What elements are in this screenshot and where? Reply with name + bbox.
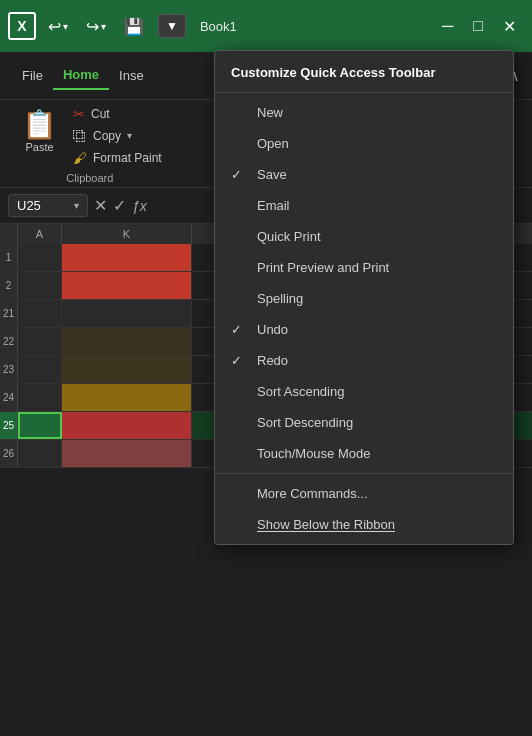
redo-chevron: ▾ [101, 21, 106, 32]
customize-toolbar-menu: Customize Quick Access Toolbar New Open … [214, 50, 514, 545]
window-controls: ─ □ ✕ [434, 13, 524, 40]
menu-item-more-commands[interactable]: More Commands... [215, 478, 513, 509]
confirm-formula-icon[interactable]: ✓ [113, 196, 126, 215]
save-icon: 💾 [124, 17, 144, 36]
menu-item-label: Quick Print [257, 229, 497, 244]
file-title: Book1 [200, 19, 237, 34]
menu-item-label: Touch/Mouse Mode [257, 446, 497, 461]
clipboard-group: 📋 Paste ✂ Cut ⿻ Copy ▾ 🖌 Format Paint [8, 104, 172, 184]
menu-item-label: Spelling [257, 291, 497, 306]
menu-item-label: Print Preview and Print [257, 260, 497, 275]
row-header: 23 [0, 356, 18, 383]
check-icon: ✓ [231, 167, 247, 182]
menu-item-sort-ascending[interactable]: Sort Ascending [215, 376, 513, 407]
customize-toolbar-button[interactable]: ▼ [158, 14, 186, 38]
menu-item-email[interactable]: Email [215, 190, 513, 221]
cell[interactable] [62, 300, 192, 327]
cell[interactable] [62, 412, 192, 439]
menu-item-label: Undo [257, 322, 497, 337]
menu-item-undo[interactable]: ✓ Undo [215, 314, 513, 345]
corner-cell [0, 224, 18, 244]
cell[interactable] [18, 412, 62, 439]
menu-item-quick-print[interactable]: Quick Print [215, 221, 513, 252]
menu-item-sort-descending[interactable]: Sort Descending [215, 407, 513, 438]
menu-item-open[interactable]: Open [215, 128, 513, 159]
menu-item-save[interactable]: ✓ Save [215, 159, 513, 190]
cell[interactable] [18, 272, 62, 299]
cell[interactable] [18, 440, 62, 467]
menu-item-new[interactable]: New [215, 97, 513, 128]
row-header: 1 [0, 244, 18, 271]
undo-button[interactable]: ↩ ▾ [42, 13, 74, 40]
menu-title: Customize Quick Access Toolbar [215, 55, 513, 93]
menu-item-label: Sort Ascending [257, 384, 497, 399]
maximize-button[interactable]: □ [465, 13, 491, 40]
title-bar: X ↩ ▾ ↪ ▾ 💾 ▼ Book1 ─ □ ✕ [0, 0, 532, 52]
menu-item-label: Email [257, 198, 497, 213]
cell[interactable] [62, 356, 192, 383]
format-paint-button[interactable]: 🖌 Format Paint [69, 148, 166, 168]
cut-icon: ✂ [73, 106, 85, 122]
menu-item-label: New [257, 105, 497, 120]
menu-item-redo[interactable]: ✓ Redo [215, 345, 513, 376]
excel-logo: X [8, 12, 36, 40]
tab-insert[interactable]: Inse [109, 62, 154, 89]
redo-button[interactable]: ↪ ▾ [80, 13, 112, 40]
clipboard-group-label: Clipboard [66, 172, 113, 184]
paste-button[interactable]: 📋 Paste [14, 104, 65, 168]
cut-label: Cut [91, 107, 110, 121]
copy-chevron-icon: ▾ [127, 130, 132, 141]
cell[interactable] [62, 440, 192, 467]
menu-item-label: Redo [257, 353, 497, 368]
menu-item-print-preview[interactable]: Print Preview and Print [215, 252, 513, 283]
menu-item-label: Show Below the Ribbon [257, 517, 497, 532]
paste-label: Paste [25, 141, 53, 153]
format-paint-label: Format Paint [93, 151, 162, 165]
row-header: 21 [0, 300, 18, 327]
cell[interactable] [62, 272, 192, 299]
cell[interactable] [18, 384, 62, 411]
save-button[interactable]: 💾 [118, 13, 150, 40]
customize-icon: ▼ [166, 19, 178, 33]
cell[interactable] [18, 244, 62, 271]
insert-function-icon[interactable]: ƒx [132, 198, 147, 214]
menu-item-label: Open [257, 136, 497, 151]
row-header: 22 [0, 328, 18, 355]
formula-dividers: ✕ ✓ ƒx [94, 196, 147, 215]
row-header: 24 [0, 384, 18, 411]
cell[interactable] [18, 356, 62, 383]
copy-button[interactable]: ⿻ Copy ▾ [69, 126, 166, 146]
copy-icon: ⿻ [73, 128, 87, 144]
minimize-button[interactable]: ─ [434, 13, 461, 40]
paste-icon: 📋 [22, 108, 57, 141]
cell[interactable] [62, 244, 192, 271]
col-header-k: K [62, 224, 192, 244]
menu-item-touch-mouse[interactable]: Touch/Mouse Mode [215, 438, 513, 469]
cancel-formula-icon[interactable]: ✕ [94, 196, 107, 215]
cut-button[interactable]: ✂ Cut [69, 104, 166, 124]
tab-file[interactable]: File [12, 62, 53, 89]
tab-home[interactable]: Home [53, 61, 109, 90]
copy-label: Copy [93, 129, 121, 143]
check-icon: ✓ [231, 322, 247, 337]
row-header: 25 [0, 412, 18, 439]
cell[interactable] [18, 328, 62, 355]
close-button[interactable]: ✕ [495, 13, 524, 40]
cell[interactable] [18, 300, 62, 327]
row-header: 26 [0, 440, 18, 467]
cell[interactable] [62, 328, 192, 355]
menu-item-show-below[interactable]: Show Below the Ribbon [215, 509, 513, 540]
cell-ref-chevron: ▾ [74, 200, 79, 211]
row-header: 2 [0, 272, 18, 299]
menu-item-label: More Commands... [257, 486, 497, 501]
cell[interactable] [62, 384, 192, 411]
menu-item-label: Save [257, 167, 497, 182]
cell-reference: U25 ▾ [8, 194, 88, 217]
check-icon: ✓ [231, 353, 247, 368]
format-paint-icon: 🖌 [73, 150, 87, 166]
col-header-a: A [18, 224, 62, 244]
undo-chevron: ▾ [63, 21, 68, 32]
menu-item-spelling[interactable]: Spelling [215, 283, 513, 314]
menu-item-label: Sort Descending [257, 415, 497, 430]
menu-divider [215, 473, 513, 474]
